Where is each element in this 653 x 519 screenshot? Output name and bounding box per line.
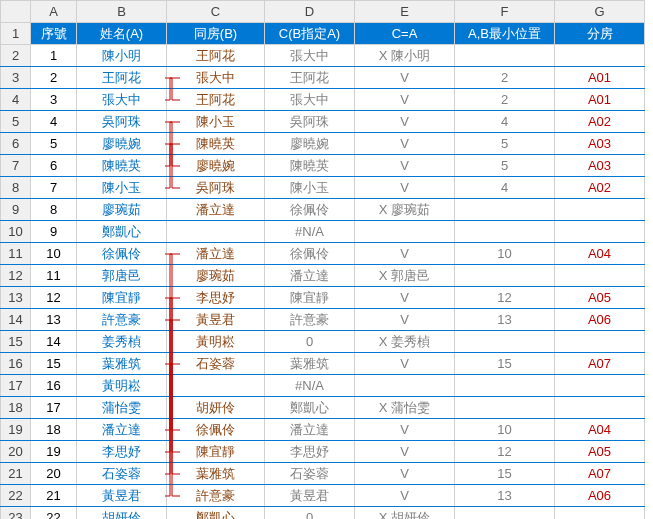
cell[interactable]: 10 <box>455 419 555 441</box>
cell[interactable] <box>455 375 555 397</box>
cell[interactable]: 鄭凱心 <box>77 221 167 243</box>
cell[interactable] <box>455 199 555 221</box>
cell[interactable]: 許意豪 <box>265 309 355 331</box>
row-header[interactable]: 17 <box>1 375 31 397</box>
cell[interactable]: 徐佩伶 <box>167 419 265 441</box>
cell[interactable] <box>555 199 645 221</box>
cell[interactable]: 陳小明 <box>77 45 167 67</box>
row-header[interactable]: 18 <box>1 397 31 419</box>
cell[interactable]: 廖曉婉 <box>167 155 265 177</box>
cell[interactable]: A06 <box>555 485 645 507</box>
col-header-G[interactable]: G <box>555 1 645 23</box>
cell[interactable]: 王阿花 <box>265 67 355 89</box>
cell[interactable]: X 廖琬茹 <box>355 199 455 221</box>
row-header[interactable]: 19 <box>1 419 31 441</box>
cell[interactable]: 胡妍伶 <box>167 397 265 419</box>
cell[interactable] <box>455 221 555 243</box>
cell[interactable]: 4 <box>455 111 555 133</box>
cell[interactable]: 姜秀楨 <box>77 331 167 353</box>
cell[interactable]: 葉雅筑 <box>167 463 265 485</box>
cell[interactable]: V <box>355 133 455 155</box>
cell[interactable]: 2 <box>455 89 555 111</box>
row-header[interactable]: 10 <box>1 221 31 243</box>
cell[interactable]: 黃明崧 <box>77 375 167 397</box>
cell[interactable]: A02 <box>555 177 645 199</box>
col-header-E[interactable]: E <box>355 1 455 23</box>
cell[interactable]: A06 <box>555 309 645 331</box>
cell[interactable]: 陳小玉 <box>167 111 265 133</box>
spreadsheet-grid[interactable]: A B C D E F G 1 序號 姓名(A) 同房(B) C(B指定A) C… <box>0 0 645 519</box>
cell[interactable]: A05 <box>555 287 645 309</box>
col-header-B[interactable]: B <box>77 1 167 23</box>
cell[interactable]: 14 <box>31 331 77 353</box>
cell[interactable]: 5 <box>455 155 555 177</box>
cell[interactable]: A05 <box>555 441 645 463</box>
cell[interactable]: V <box>355 485 455 507</box>
cell[interactable]: X 姜秀楨 <box>355 331 455 353</box>
cell[interactable]: 4 <box>455 177 555 199</box>
cell[interactable]: A07 <box>555 353 645 375</box>
row-header[interactable]: 12 <box>1 265 31 287</box>
cell[interactable]: 王阿花 <box>167 89 265 111</box>
cell[interactable]: 徐佩伶 <box>77 243 167 265</box>
cell[interactable]: 郭唐邑 <box>77 265 167 287</box>
cell[interactable]: 13 <box>31 309 77 331</box>
cell[interactable] <box>167 375 265 397</box>
cell[interactable]: 廖曉婉 <box>77 133 167 155</box>
cell[interactable]: 陳小玉 <box>265 177 355 199</box>
cell[interactable]: 潘立達 <box>167 243 265 265</box>
cell[interactable]: 17 <box>31 397 77 419</box>
row-header[interactable]: 3 <box>1 67 31 89</box>
row-header[interactable]: 4 <box>1 89 31 111</box>
cell[interactable]: 黃明崧 <box>167 331 265 353</box>
cell[interactable]: 11 <box>31 265 77 287</box>
cell[interactable]: 21 <box>31 485 77 507</box>
cell[interactable] <box>555 507 645 520</box>
cell[interactable]: 15 <box>31 353 77 375</box>
cell[interactable]: #N/A <box>265 221 355 243</box>
cell[interactable]: 葉雅筑 <box>265 353 355 375</box>
cell[interactable]: 張大中 <box>167 67 265 89</box>
cell[interactable]: V <box>355 287 455 309</box>
cell[interactable]: 李思妤 <box>265 441 355 463</box>
cell[interactable] <box>555 397 645 419</box>
row-header[interactable]: 23 <box>1 507 31 520</box>
cell[interactable]: 王阿花 <box>77 67 167 89</box>
cell[interactable]: 12 <box>31 287 77 309</box>
cell[interactable]: 許意豪 <box>77 309 167 331</box>
row-header[interactable]: 9 <box>1 199 31 221</box>
cell[interactable]: A03 <box>555 155 645 177</box>
cell[interactable]: 18 <box>31 419 77 441</box>
cell[interactable]: 潘立達 <box>167 199 265 221</box>
row-header[interactable]: 13 <box>1 287 31 309</box>
cell[interactable]: 廖曉婉 <box>265 133 355 155</box>
cell[interactable]: 15 <box>455 463 555 485</box>
cell[interactable]: 吳阿珠 <box>77 111 167 133</box>
cell[interactable]: V <box>355 441 455 463</box>
cell[interactable]: A01 <box>555 67 645 89</box>
cell[interactable]: 20 <box>31 463 77 485</box>
cell[interactable]: 0 <box>265 331 355 353</box>
cell[interactable]: 9 <box>31 221 77 243</box>
cell[interactable]: 6 <box>31 155 77 177</box>
cell[interactable]: V <box>355 89 455 111</box>
cell[interactable]: V <box>355 111 455 133</box>
cell[interactable]: 廖琬茹 <box>77 199 167 221</box>
header-roommate-b[interactable]: 同房(B) <box>167 23 265 45</box>
header-min-pos[interactable]: A,B最小位置 <box>455 23 555 45</box>
cell[interactable]: V <box>355 155 455 177</box>
cell[interactable]: 陳曉英 <box>77 155 167 177</box>
cell[interactable]: 李思妤 <box>77 441 167 463</box>
cell[interactable] <box>355 221 455 243</box>
cell[interactable]: V <box>355 309 455 331</box>
row-header[interactable]: 6 <box>1 133 31 155</box>
row-header[interactable]: 11 <box>1 243 31 265</box>
cell[interactable]: 潘立達 <box>265 419 355 441</box>
cell[interactable]: 10 <box>31 243 77 265</box>
cell[interactable]: X 陳小明 <box>355 45 455 67</box>
cell[interactable]: 19 <box>31 441 77 463</box>
cell[interactable] <box>555 375 645 397</box>
cell[interactable]: 陳小玉 <box>77 177 167 199</box>
row-header-1[interactable]: 1 <box>1 23 31 45</box>
cell[interactable]: 鄭凱心 <box>167 507 265 520</box>
